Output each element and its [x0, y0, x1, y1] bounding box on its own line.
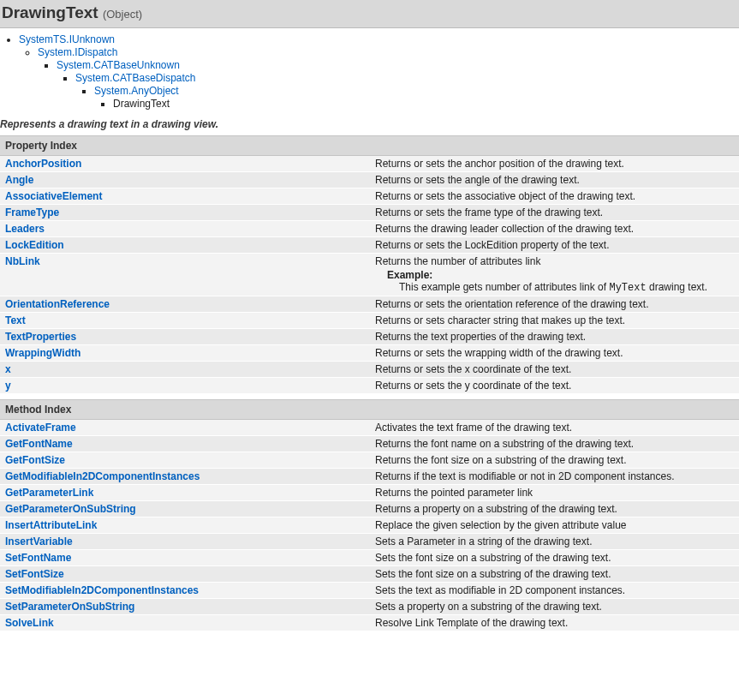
- property-desc: Returns the drawing leader collection of…: [370, 221, 739, 236]
- property-name-cell: AnchorPosition: [0, 156, 370, 171]
- method-name-cell: SetModifiableIn2DComponentInstances: [0, 583, 370, 598]
- method-name-cell: SolveLink: [0, 615, 370, 631]
- property-name-cell: OrientationReference: [0, 296, 370, 312]
- method-row: SetFontNameSets the font size on a subst…: [0, 550, 739, 566]
- class-name: DrawingText: [2, 3, 98, 21]
- method-name-cell: GetParameterLink: [0, 485, 370, 500]
- method-row: SetModifiableIn2DComponentInstancesSets …: [0, 583, 739, 599]
- method-row: InsertAttributeLinkReplace the given sel…: [0, 518, 739, 534]
- property-row: AssociativeElementReturns or sets the as…: [0, 188, 739, 205]
- page-header: DrawingText (Object): [0, 0, 739, 28]
- hierarchy-link-2[interactable]: System.CATBaseUnknown: [57, 59, 180, 71]
- method-link[interactable]: GetParameterLink: [5, 487, 93, 499]
- property-desc: Returns the number of attributes linkExa…: [370, 254, 739, 296]
- property-link[interactable]: NbLink: [5, 255, 40, 267]
- method-desc: Replace the given selection by the given…: [370, 518, 739, 533]
- method-link[interactable]: GetFontName: [5, 438, 73, 450]
- property-row: NbLinkReturns the number of attributes l…: [0, 254, 739, 296]
- method-link[interactable]: SetFontSize: [5, 568, 64, 580]
- method-desc: Returns a property on a substring of the…: [370, 501, 739, 517]
- property-desc: Returns or sets the associative object o…: [370, 188, 739, 204]
- property-link[interactable]: Leaders: [5, 223, 45, 235]
- method-name-cell: GetModifiableIn2DComponentInstances: [0, 469, 370, 484]
- method-row: SetFontSizeSets the font size on a subst…: [0, 566, 739, 583]
- method-row: SolveLinkResolve Link Template of the dr…: [0, 615, 739, 631]
- method-desc: Returns the font size on a substring of …: [370, 452, 739, 468]
- property-link[interactable]: FrameType: [5, 206, 59, 218]
- method-link[interactable]: ActivateFrame: [5, 422, 76, 434]
- property-name-cell: FrameType: [0, 205, 370, 220]
- method-row: GetFontSizeReturns the font size on a su…: [0, 452, 739, 469]
- hierarchy-link-3[interactable]: System.CATBaseDispatch: [75, 72, 196, 84]
- method-link[interactable]: SetModifiableIn2DComponentInstances: [5, 584, 199, 596]
- method-desc: Returns the pointed parameter link: [370, 485, 739, 500]
- inheritance-tree: SystemTS.IUnknown System.IDispatch Syste…: [0, 33, 739, 110]
- property-link[interactable]: AnchorPosition: [5, 158, 81, 170]
- property-name-cell: LockEdition: [0, 237, 370, 253]
- property-name-cell: WrappingWidth: [0, 345, 370, 361]
- method-link[interactable]: SolveLink: [5, 617, 54, 629]
- property-link[interactable]: AssociativeElement: [5, 190, 102, 202]
- method-link[interactable]: GetModifiableIn2DComponentInstances: [5, 470, 200, 482]
- property-link[interactable]: Angle: [5, 174, 33, 186]
- method-desc: Returns the font name on a substring of …: [370, 436, 739, 452]
- property-row: LeadersReturns the drawing leader collec…: [0, 221, 739, 237]
- property-desc: Returns or sets the wrapping width of th…: [370, 345, 739, 361]
- method-link[interactable]: GetFontSize: [5, 454, 65, 466]
- page-title: DrawingText (Object): [0, 3, 739, 22]
- property-link[interactable]: OrientationReference: [5, 298, 110, 310]
- property-row: FrameTypeReturns or sets the frame type …: [0, 205, 739, 221]
- method-link[interactable]: SetFontName: [5, 552, 71, 564]
- property-link[interactable]: Text: [5, 314, 26, 326]
- property-name-cell: NbLink: [0, 254, 370, 269]
- example-body: This example gets number of attributes l…: [399, 281, 734, 294]
- method-name-cell: GetFontName: [0, 436, 370, 452]
- property-name-cell: Text: [0, 313, 370, 328]
- property-name-cell: Leaders: [0, 221, 370, 236]
- property-link[interactable]: TextProperties: [5, 331, 76, 343]
- property-row: WrappingWidthReturns or sets the wrappin…: [0, 345, 739, 362]
- method-link[interactable]: GetParameterOnSubString: [5, 503, 136, 515]
- property-row: TextPropertiesReturns the text propertie…: [0, 329, 739, 345]
- property-row: yReturns or sets the y coordinate of the…: [0, 378, 739, 394]
- property-link[interactable]: LockEdition: [5, 239, 64, 251]
- class-summary: Represents a drawing text in a drawing v…: [0, 118, 739, 130]
- example-label: Example:: [387, 269, 734, 281]
- class-kind: (Object): [103, 8, 142, 21]
- property-desc: Returns or sets the frame type of the dr…: [370, 205, 739, 220]
- property-link[interactable]: x: [5, 363, 11, 375]
- property-link[interactable]: y: [5, 380, 11, 392]
- property-name-cell: AssociativeElement: [0, 188, 370, 204]
- method-name-cell: InsertAttributeLink: [0, 518, 370, 533]
- method-name-cell: SetFontName: [0, 550, 370, 565]
- method-desc: Activates the text frame of the drawing …: [370, 420, 739, 435]
- method-row: InsertVariableSets a Parameter in a stri…: [0, 534, 739, 550]
- property-link[interactable]: WrappingWidth: [5, 347, 80, 359]
- hierarchy-link-4[interactable]: System.AnyObject: [94, 85, 179, 97]
- hierarchy-link-0[interactable]: SystemTS.IUnknown: [19, 33, 115, 45]
- method-desc: Sets a property on a substring of the dr…: [370, 599, 739, 614]
- property-row: OrientationReferenceReturns or sets the …: [0, 296, 739, 313]
- method-row: GetModifiableIn2DComponentInstancesRetur…: [0, 469, 739, 485]
- property-desc: Returns or sets the angle of the drawing…: [370, 172, 739, 188]
- property-row: LockEditionReturns or sets the LockEditi…: [0, 237, 739, 254]
- property-desc: Returns or sets the LockEdition property…: [370, 237, 739, 253]
- method-name-cell: GetFontSize: [0, 452, 370, 468]
- property-name-cell: Angle: [0, 172, 370, 188]
- property-desc: Returns or sets the y coordinate of the …: [370, 378, 739, 393]
- method-link[interactable]: SetParameterOnSubString: [5, 601, 134, 613]
- method-link[interactable]: InsertVariable: [5, 535, 73, 547]
- method-name-cell: InsertVariable: [0, 534, 370, 549]
- property-index: AnchorPositionReturns or sets the anchor…: [0, 156, 739, 394]
- property-desc: Returns or sets the anchor position of t…: [370, 156, 739, 171]
- method-desc: Sets a Parameter in a string of the draw…: [370, 534, 739, 549]
- example-code: MyText: [609, 282, 646, 294]
- property-name-cell: x: [0, 362, 370, 377]
- hierarchy-link-1[interactable]: System.IDispatch: [38, 46, 117, 58]
- property-row: TextReturns or sets character string tha…: [0, 313, 739, 329]
- method-desc: Sets the text as modifiable in 2D compon…: [370, 583, 739, 598]
- method-desc: Resolve Link Template of the drawing tex…: [370, 615, 739, 631]
- method-link[interactable]: InsertAttributeLink: [5, 519, 97, 531]
- property-name-cell: TextProperties: [0, 329, 370, 344]
- method-row: GetFontNameReturns the font name on a su…: [0, 436, 739, 452]
